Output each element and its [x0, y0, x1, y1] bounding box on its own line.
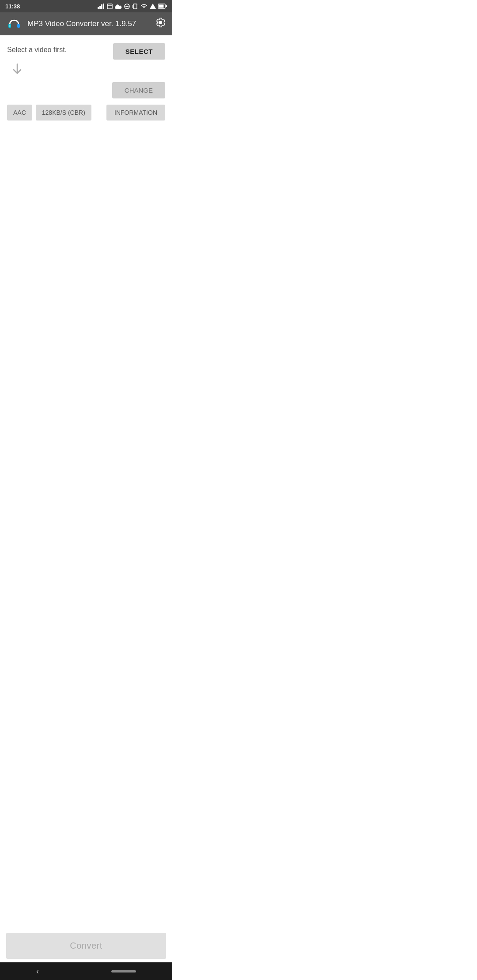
wifi-icon [140, 4, 148, 9]
svg-rect-0 [98, 7, 99, 9]
svg-rect-4 [107, 4, 112, 9]
settings-icon[interactable] [155, 17, 166, 31]
app-title: MP3 Video Converter ver. 1.9.57 [27, 19, 149, 28]
video-select-row: Select a video first. SELECT [7, 43, 165, 60]
info-button[interactable]: INFORMATION [106, 105, 165, 121]
svg-rect-17 [17, 24, 20, 28]
app-toolbar: MP3 Video Converter ver. 1.9.57 [0, 12, 172, 35]
status-time: 11:38 [5, 3, 20, 10]
select-button[interactable]: SELECT [113, 43, 165, 60]
svg-rect-13 [159, 5, 164, 8]
status-icons [98, 4, 167, 9]
svg-rect-2 [101, 4, 102, 9]
notification-icon [107, 4, 113, 9]
circle-icon [124, 4, 130, 9]
bitrate-button[interactable]: 128KB/S (CBR) [36, 105, 91, 121]
select-label: Select a video first. [7, 43, 67, 54]
app-logo [6, 16, 22, 32]
main-content: Select a video first. SELECT CHANGE AAC … [0, 35, 172, 343]
svg-marker-11 [150, 4, 156, 9]
codec-button[interactable]: AAC [7, 105, 32, 121]
svg-rect-3 [103, 4, 104, 9]
svg-rect-8 [133, 4, 137, 9]
signal-strength-icon [150, 4, 156, 9]
change-row: CHANGE [7, 82, 165, 98]
svg-rect-18 [9, 25, 11, 27]
signal-bars-icon [98, 4, 105, 9]
svg-point-15 [7, 16, 22, 31]
down-arrow-icon [11, 63, 24, 79]
svg-rect-1 [99, 6, 101, 9]
empty-content-area [7, 126, 165, 343]
svg-rect-14 [166, 5, 167, 7]
vibrate-icon [132, 4, 138, 9]
status-bar: 11:38 [0, 0, 172, 12]
arrow-area [7, 63, 165, 79]
battery-icon [158, 4, 167, 9]
change-button[interactable]: CHANGE [112, 82, 165, 98]
cloud-icon [115, 4, 122, 9]
codec-row: AAC 128KB/S (CBR) INFORMATION [7, 105, 165, 121]
